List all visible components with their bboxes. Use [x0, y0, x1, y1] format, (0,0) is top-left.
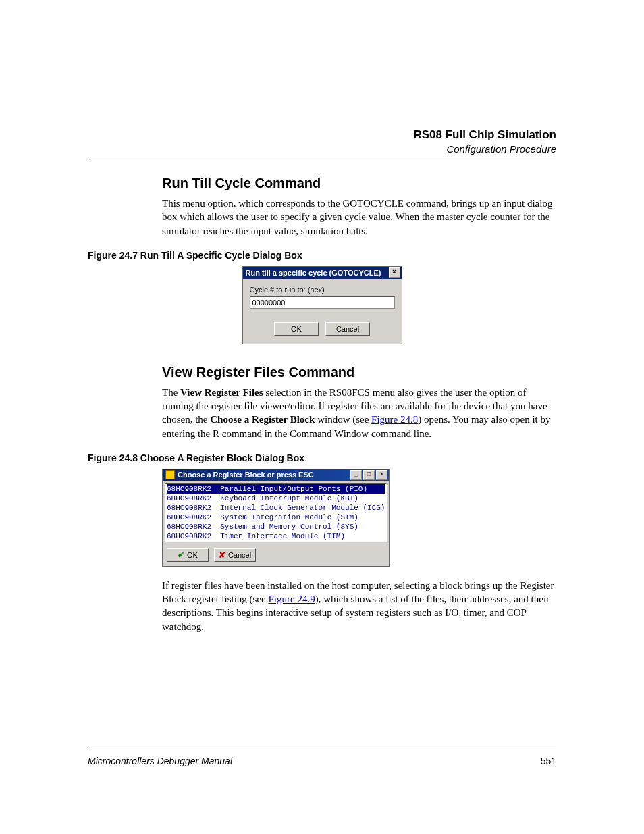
- link-figure-24-8[interactable]: Figure 24.8: [371, 414, 418, 425]
- dialog-run-till-cycle: Run till a specific cycle (GOTOCYCLE) × …: [242, 266, 402, 344]
- footer-title: Microcontrollers Debugger Manual: [88, 756, 232, 766]
- dialog-titlebar[interactable]: Run till a specific cycle (GOTOCYCLE) ×: [243, 267, 402, 279]
- cycle-input[interactable]: [250, 296, 395, 309]
- page-number: 551: [541, 756, 556, 766]
- dialog-title-text: Run till a specific cycle (GOTOCYCLE): [246, 269, 389, 277]
- link-figure-24-9[interactable]: Figure 24.9: [268, 594, 315, 604]
- app-icon: [165, 470, 175, 479]
- cycle-label: Cycle # to run to: (hex): [250, 286, 395, 294]
- maximize-icon[interactable]: □: [363, 470, 375, 480]
- cancel-button[interactable]: ✘Cancel: [214, 548, 256, 562]
- header-rule: [88, 159, 556, 159]
- check-icon: ✔: [178, 550, 184, 560]
- close-icon[interactable]: ×: [389, 267, 400, 278]
- dialog2-titlebar[interactable]: Choose a Register Block or press ESC _ □…: [163, 469, 389, 481]
- list-item[interactable]: 68HC908RK2 System and Memory Control (SY…: [167, 522, 385, 531]
- x-icon: ✘: [219, 550, 225, 560]
- ok-button[interactable]: OK: [274, 322, 319, 336]
- paragraph-run-till-cycle: This menu option, which corresponds to t…: [162, 197, 556, 238]
- ok-button[interactable]: ✔OK: [167, 548, 209, 562]
- header-title: RS08 Full Chip Simulation: [88, 128, 556, 142]
- paragraph-after-figure: If register files have been installed on…: [162, 579, 556, 633]
- page-header: RS08 Full Chip Simulation Configuration …: [88, 128, 556, 155]
- list-item[interactable]: 68HC908RK2 Keyboard Interrupt Module (KB…: [167, 494, 385, 503]
- paragraph-view-register-files: The View Register Files selection in the…: [162, 386, 556, 440]
- bold-view-register-files: View Register Files: [180, 387, 263, 398]
- list-item[interactable]: 68HC908RK2 System Integration Module (SI…: [167, 513, 385, 522]
- list-item[interactable]: 68HC908RK2 Timer Interface Module (TIM): [167, 531, 385, 541]
- cancel-button[interactable]: Cancel: [325, 322, 370, 336]
- close-icon[interactable]: ×: [376, 470, 387, 480]
- heading-run-till-cycle: Run Till Cycle Command: [162, 176, 556, 191]
- dialog2-title-text: Choose a Register Block or press ESC: [178, 471, 349, 479]
- dialog-choose-register-block: Choose a Register Block or press ESC _ □…: [162, 469, 390, 567]
- list-item[interactable]: 68HC908RK2 Parallel Input/Output Ports (…: [167, 484, 385, 494]
- figure-24-8-caption: Figure 24.8 Choose A Register Block Dial…: [88, 452, 556, 463]
- list-item[interactable]: 68HC908RK2 Internal Clock Generator Modu…: [167, 503, 385, 513]
- page-footer: Microcontrollers Debugger Manual 551: [88, 750, 556, 766]
- register-block-list[interactable]: 68HC908RK2 Parallel Input/Output Ports (…: [165, 483, 387, 542]
- figure-24-7-caption: Figure 24.7 Run Till A Specific Cycle Di…: [88, 250, 556, 261]
- header-subtitle: Configuration Procedure: [88, 143, 556, 155]
- bold-choose-register-block: Choose a Register Block: [210, 414, 315, 425]
- footer-rule: [88, 750, 556, 750]
- minimize-icon[interactable]: _: [350, 470, 362, 480]
- heading-view-register-files: View Register Files Command: [162, 365, 556, 380]
